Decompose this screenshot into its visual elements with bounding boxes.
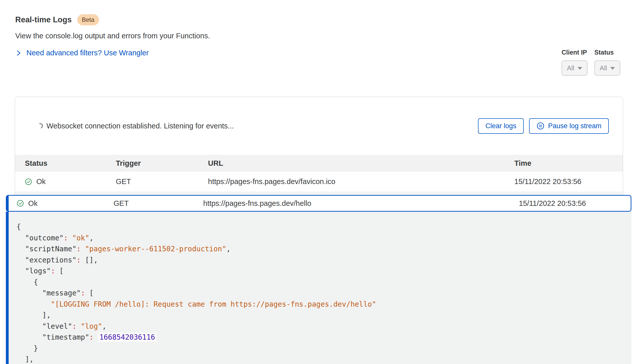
check-circle-icon	[25, 178, 32, 185]
status-filter: Status All	[594, 49, 620, 76]
code-line: {	[17, 277, 626, 288]
row-time: 15/11/2022 20:53:56	[514, 177, 623, 186]
row-status: Ok	[36, 177, 46, 186]
pause-log-stream-button[interactable]: Pause log stream	[529, 118, 609, 134]
code-line: "[LOGGING FROM /hello]: Request came fro…	[17, 299, 626, 310]
client-ip-filter-value: All	[567, 64, 574, 72]
row-url: https://pages-fns.pages.dev/hello	[203, 199, 519, 208]
log-filters: Client IP All Status All	[562, 49, 620, 76]
column-header-status: Status	[25, 159, 116, 168]
pause-circle-icon	[536, 122, 545, 130]
code-line: "exceptions": [],	[17, 255, 626, 266]
advanced-filters-link[interactable]: Need advanced filters? Use Wrangler	[15, 49, 149, 57]
clear-logs-button-label: Clear logs	[485, 122, 516, 130]
check-circle-icon	[17, 200, 24, 207]
caret-down-icon	[610, 67, 615, 70]
code-line: "message": [	[17, 288, 626, 299]
code-line: "outcome": "ok",	[17, 233, 626, 244]
pause-log-stream-button-label: Pause log stream	[548, 122, 601, 130]
row-status: Ok	[28, 199, 38, 208]
page-title: Real-time Logs	[15, 14, 72, 25]
row-trigger: GET	[114, 199, 203, 208]
beta-badge: Beta	[77, 14, 99, 25]
stream-status-text: Websocket connection established. Listen…	[46, 122, 234, 130]
code-line: ],	[17, 310, 626, 321]
clear-logs-button[interactable]: Clear logs	[478, 118, 524, 134]
status-filter-dropdown[interactable]: All	[594, 60, 620, 76]
client-ip-filter-dropdown[interactable]: All	[562, 60, 587, 76]
log-json-code: { "outcome": "ok", "scriptName": "pages-…	[17, 221, 626, 364]
column-header-url: URL	[208, 159, 514, 168]
column-header-time: Time	[514, 159, 623, 168]
chevron-right-icon	[15, 50, 22, 56]
code-line: "logs": [	[17, 266, 626, 277]
row-time: 15/11/2022 20:53:56	[519, 199, 631, 208]
code-line: ],	[17, 354, 626, 364]
code-line: {	[17, 221, 626, 233]
row-url: https://pages-fns.pages.dev/favicon.ico	[208, 177, 514, 186]
client-ip-filter-label: Client IP	[562, 49, 587, 56]
column-header-trigger: Trigger	[116, 159, 208, 168]
client-ip-filter: Client IP All	[562, 49, 587, 76]
log-table-row-selected[interactable]: Ok GET https://pages-fns.pages.dev/hello…	[6, 195, 631, 212]
row-trigger: GET	[116, 177, 208, 186]
log-table-header: Status Trigger URL Time	[15, 155, 623, 172]
status-filter-value: All	[600, 64, 607, 72]
expanded-log-entry: Ok GET https://pages-fns.pages.dev/hello…	[6, 195, 631, 364]
stream-status-bar: Websocket connection established. Listen…	[15, 97, 623, 155]
page-header: Real-time Logs Beta View the console.log…	[15, 14, 210, 57]
advanced-filters-link-label: Need advanced filters? Use Wrangler	[26, 49, 149, 57]
code-line: "scriptName": "pages-worker--611502-prod…	[17, 243, 626, 255]
code-line: "timestamp": 1668542036116	[17, 332, 626, 343]
code-line: "level": "log",	[17, 321, 626, 332]
log-json-viewer: { "outcome": "ok", "scriptName": "pages-…	[6, 212, 631, 364]
page-subtitle: View the console.log output and errors f…	[15, 32, 210, 40]
caret-down-icon	[578, 67, 582, 70]
code-line: }	[17, 343, 626, 354]
loading-spinner-icon	[36, 122, 44, 129]
log-table-row[interactable]: Ok GET https://pages-fns.pages.dev/favic…	[15, 172, 623, 192]
status-filter-label: Status	[594, 49, 620, 56]
